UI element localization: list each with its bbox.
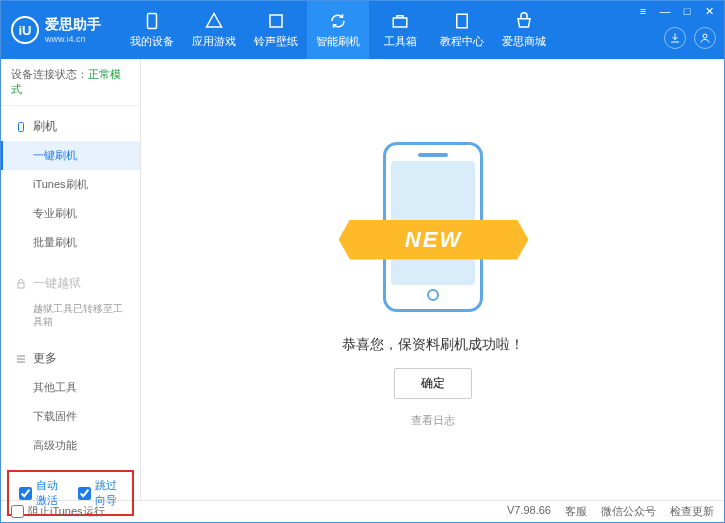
new-banner: NEW <box>339 220 529 260</box>
refresh-icon <box>329 12 347 30</box>
footer-link-wechat[interactable]: 微信公众号 <box>601 504 656 519</box>
toolbox-icon <box>391 12 409 30</box>
tab-ringtone[interactable]: 铃声壁纸 <box>245 1 307 59</box>
svg-rect-2 <box>393 18 407 27</box>
nav-tabs: 我的设备 应用游戏 铃声壁纸 智能刷机 工具箱 教程中心 爱思商城 <box>121 1 555 59</box>
sidebar: 设备连接状态：正常模式 刷机 一键刷机 iTunes刷机 专业刷机 批量刷机 一… <box>1 59 141 500</box>
phone-icon <box>15 121 27 133</box>
tab-my-device[interactable]: 我的设备 <box>121 1 183 59</box>
phone-icon <box>143 12 161 30</box>
list-icon <box>15 353 27 365</box>
store-icon <box>515 12 533 30</box>
svg-rect-0 <box>148 13 157 28</box>
success-illustration: NEW <box>343 132 523 322</box>
sidebar-item-itunes-flash[interactable]: iTunes刷机 <box>1 170 140 199</box>
connection-status: 设备连接状态：正常模式 <box>1 59 140 106</box>
svg-point-4 <box>703 34 707 38</box>
group-jailbreak: 一键越狱 <box>1 269 140 298</box>
svg-rect-6 <box>18 283 24 288</box>
footer-link-support[interactable]: 客服 <box>565 504 587 519</box>
user-icon[interactable] <box>694 27 716 49</box>
sidebar-item-download-firmware[interactable]: 下载固件 <box>1 402 140 431</box>
minimize-button[interactable]: — <box>658 5 672 18</box>
success-message: 恭喜您，保资料刷机成功啦！ <box>342 336 524 354</box>
wallpaper-icon <box>267 12 285 30</box>
header-actions <box>664 27 716 49</box>
apps-icon <box>205 12 223 30</box>
main-content: NEW 恭喜您，保资料刷机成功啦！ 确定 查看日志 <box>141 59 724 500</box>
tab-tools[interactable]: 工具箱 <box>369 1 431 59</box>
logo: iU 爱思助手 www.i4.cn <box>11 16 101 44</box>
svg-rect-3 <box>457 14 468 28</box>
group-flash[interactable]: 刷机 <box>1 112 140 141</box>
app-header: iU 爱思助手 www.i4.cn 我的设备 应用游戏 铃声壁纸 智能刷机 工具… <box>1 1 724 59</box>
sidebar-item-oneclick-flash[interactable]: 一键刷机 <box>1 141 140 170</box>
svg-rect-1 <box>270 15 282 27</box>
view-log-link[interactable]: 查看日志 <box>411 413 455 428</box>
sidebar-item-advanced[interactable]: 高级功能 <box>1 431 140 460</box>
window-controls: ≡ — □ ✕ <box>636 5 716 18</box>
app-url: www.i4.cn <box>45 34 101 44</box>
checkbox-block-itunes[interactable]: 阻止iTunes运行 <box>11 504 105 519</box>
tab-tutorials[interactable]: 教程中心 <box>431 1 493 59</box>
jailbreak-note: 越狱工具已转移至工具箱 <box>1 298 140 332</box>
sidebar-item-pro-flash[interactable]: 专业刷机 <box>1 199 140 228</box>
version-label: V7.98.66 <box>507 504 551 519</box>
tab-apps[interactable]: 应用游戏 <box>183 1 245 59</box>
menu-button[interactable]: ≡ <box>636 5 650 18</box>
footer-link-update[interactable]: 检查更新 <box>670 504 714 519</box>
tab-flash[interactable]: 智能刷机 <box>307 1 369 59</box>
ok-button[interactable]: 确定 <box>394 368 472 399</box>
group-more[interactable]: 更多 <box>1 344 140 373</box>
maximize-button[interactable]: □ <box>680 5 694 18</box>
download-icon[interactable] <box>664 27 686 49</box>
svg-rect-5 <box>19 122 24 131</box>
close-button[interactable]: ✕ <box>702 5 716 18</box>
sidebar-item-other-tools[interactable]: 其他工具 <box>1 373 140 402</box>
lock-icon <box>15 278 27 290</box>
sidebar-item-batch-flash[interactable]: 批量刷机 <box>1 228 140 257</box>
book-icon <box>453 12 471 30</box>
tab-store[interactable]: 爱思商城 <box>493 1 555 59</box>
logo-icon: iU <box>11 16 39 44</box>
app-title: 爱思助手 <box>45 16 101 34</box>
